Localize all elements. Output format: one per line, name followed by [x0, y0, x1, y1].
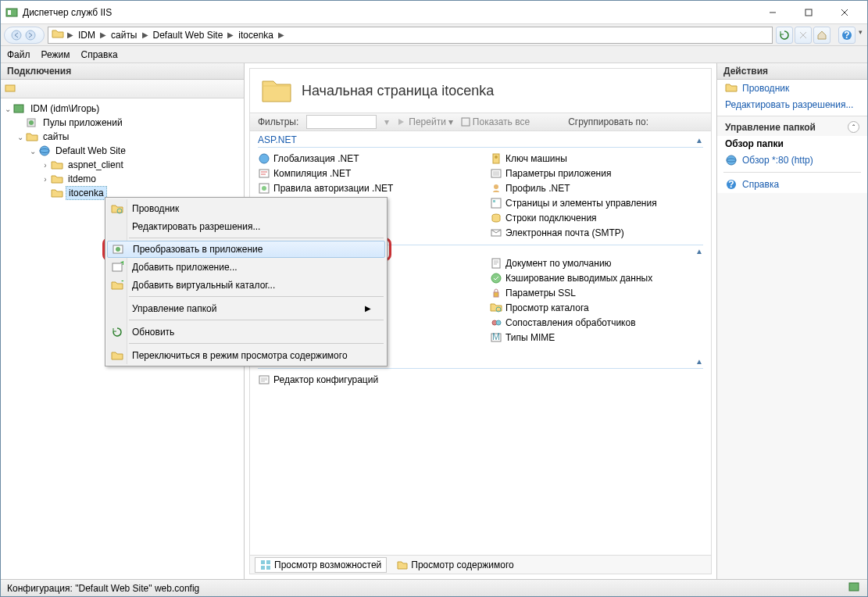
submenu-arrow-icon: ▶ [365, 304, 371, 313]
connect-icon[interactable] [4, 81, 16, 96]
svg-rect-12 [5, 85, 15, 91]
ctx-convert-to-app[interactable]: Преобразовать в приложение [107, 241, 385, 258]
filter-bar: Фильтры: ▾ Перейти ▾ Показать все Сгрупп… [250, 113, 711, 131]
feature-item[interactable]: Компиляция .NET [258, 166, 471, 181]
tree-default-site[interactable]: ⌄Default Web Site [1, 144, 244, 158]
collapse-icon[interactable]: ▲ [695, 357, 703, 366]
back-forward-button[interactable] [4, 27, 45, 44]
tree-folder[interactable]: ›itdemo [1, 172, 244, 186]
svg-point-44 [727, 156, 736, 165]
page-title: Начальная страница itocenka [302, 83, 494, 99]
feature-item[interactable]: Кэширование выводимых данных [490, 270, 703, 285]
svg-text:M: M [492, 331, 500, 342]
feature-item[interactable]: Редактор конфигураций [258, 372, 703, 387]
svg-point-36 [496, 320, 501, 325]
svg-point-24 [495, 156, 498, 159]
svg-rect-27 [491, 198, 501, 208]
svg-rect-43 [266, 566, 270, 570]
page-folder-icon [261, 77, 292, 105]
ctx-add-vdir[interactable]: +Добавить виртуальный каталог... [107, 276, 385, 294]
ctx-edit-permissions[interactable]: Редактировать разрешения... [107, 217, 385, 235]
svg-rect-18 [462, 118, 470, 126]
svg-rect-42 [261, 566, 265, 570]
feature-item[interactable]: Ключ машины [490, 151, 703, 166]
menu-file[interactable]: Файл [7, 49, 30, 60]
menu-mode[interactable]: Режим [41, 49, 70, 60]
feature-item[interactable]: MТипы MIME [490, 330, 703, 345]
ctx-add-app[interactable]: +Добавить приложение... [107, 258, 385, 276]
action-browse-80[interactable]: Обзор *:80 (http) [717, 152, 867, 169]
connections-header: Подключения [1, 63, 244, 80]
collapse-icon[interactable]: ▲ [695, 136, 703, 145]
svg-rect-31 [492, 259, 500, 268]
breadcrumb-item[interactable]: IDM [77, 30, 97, 41]
breadcrumb-item[interactable]: сайты [109, 30, 139, 41]
action-edit-permissions[interactable]: Редактировать разрешения... [717, 97, 867, 113]
feature-item[interactable]: Правила авторизации .NET [258, 181, 471, 195]
feature-item[interactable]: Документ по умолчанию [490, 256, 703, 270]
ctx-explorer[interactable]: Проводник [107, 199, 385, 217]
collapse-icon[interactable]: ▲ [695, 245, 703, 256]
view-tabs: Просмотр возможностей Просмотр содержимо… [250, 555, 711, 574]
feature-item[interactable]: Параметры приложения [490, 166, 703, 181]
svg-rect-1 [8, 10, 11, 15]
feature-item[interactable]: Строки подключения [490, 210, 703, 225]
maximize-button[interactable] [791, 2, 827, 23]
ctx-refresh[interactable]: Обновить [107, 323, 385, 341]
address-bar[interactable]: ▶ IDM ▶ сайты ▶ Default Web Site ▶ itoce… [48, 27, 773, 44]
feature-item[interactable]: Параметры SSL [490, 285, 703, 300]
svg-point-22 [262, 186, 266, 191]
svg-point-16 [40, 146, 49, 156]
help-icon[interactable]: ? [838, 27, 855, 44]
feature-item[interactable]: Страницы и элементы управления [490, 195, 703, 210]
filter-input[interactable] [306, 115, 377, 129]
collapse-icon[interactable]: ˆ [848, 121, 859, 133]
connections-tree: ⌄IDM (idm\Игорь) Пулы приложений ⌄сайты … [1, 98, 244, 203]
group-aspnet[interactable]: ASP.NET▲ [258, 131, 703, 148]
feature-item[interactable]: Глобализация .NET [258, 151, 471, 166]
svg-point-15 [29, 120, 34, 125]
feature-item[interactable]: Профиль .NET [490, 181, 703, 195]
context-menu: Проводник Редактировать разрешения... Пр… [105, 197, 388, 366]
svg-point-26 [494, 184, 498, 189]
svg-rect-28 [493, 200, 495, 202]
tree-root[interactable]: ⌄IDM (idm\Игорь) [1, 102, 244, 116]
help-dropdown-icon[interactable]: ▾ [857, 27, 864, 44]
feature-item[interactable]: Электронная почта (SMTP) [490, 225, 703, 240]
svg-text:+: + [120, 261, 123, 268]
ctx-switch-view[interactable]: Переключиться в режим просмотра содержим… [107, 346, 385, 364]
feature-item[interactable]: Просмотр каталога [490, 300, 703, 315]
close-button[interactable] [827, 2, 863, 23]
tree-sites[interactable]: ⌄сайты [1, 130, 244, 144]
action-help[interactable]: ?Справка [717, 176, 867, 193]
ctx-manage-folder[interactable]: Управление папкой▶ [107, 299, 385, 317]
status-text: Конфигурация: "Default Web Site" web.con… [7, 583, 199, 594]
section-manage-folder: Управление папкойˆ [717, 116, 867, 136]
breadcrumb-item[interactable]: Default Web Site [152, 30, 225, 41]
navigation-bar: ▶ IDM ▶ сайты ▶ Default Web Site ▶ itoce… [1, 24, 867, 46]
home-icon[interactable] [813, 27, 830, 44]
show-all-button[interactable]: Показать все [461, 116, 530, 127]
menu-help[interactable]: Справка [81, 49, 118, 60]
stop-icon[interactable] [795, 27, 812, 44]
refresh-icon[interactable] [776, 27, 793, 44]
svg-point-6 [12, 30, 21, 40]
action-explorer[interactable]: Проводник [717, 80, 867, 97]
connections-toolbar [1, 80, 244, 98]
tab-content[interactable]: Просмотр содержимого [391, 557, 519, 573]
breadcrumb-item[interactable]: itocenka [237, 30, 275, 41]
group-by-label: Сгруппировать по: [568, 116, 648, 127]
feature-item[interactable]: Сопоставления обработчиков [490, 315, 703, 330]
svg-point-50 [116, 247, 120, 252]
browse-folder-label: Обзор папки [717, 136, 867, 152]
svg-rect-3 [805, 9, 812, 16]
go-button[interactable]: Перейти ▾ [397, 116, 453, 127]
tab-features[interactable]: Просмотр возможностей [255, 557, 387, 573]
minimize-button[interactable] [755, 2, 791, 23]
svg-rect-33 [494, 292, 498, 297]
svg-point-32 [491, 273, 501, 283]
tree-app-pools[interactable]: Пулы приложений [1, 116, 244, 130]
svg-point-19 [259, 154, 269, 163]
svg-text:+: + [121, 280, 123, 287]
tree-folder[interactable]: ›aspnet_client [1, 158, 244, 172]
